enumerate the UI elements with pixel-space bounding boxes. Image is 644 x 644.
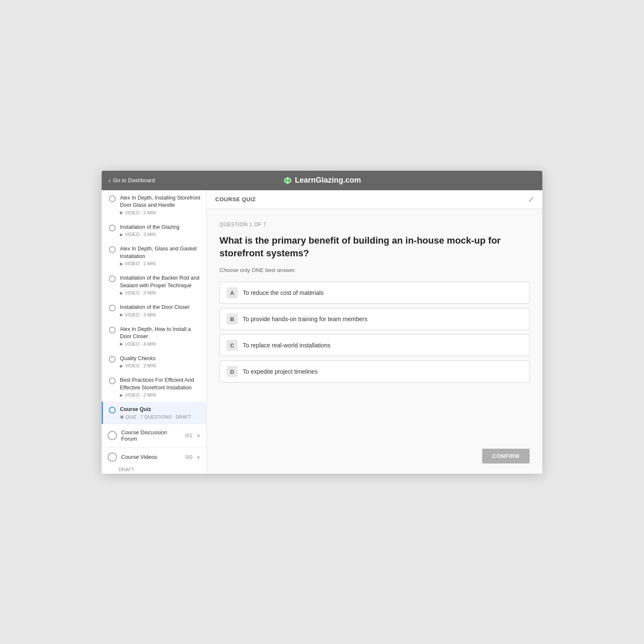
- sidebar-item-title-7: Quality Checks: [120, 355, 200, 363]
- question-number: QUESTION 1 OF 7: [219, 222, 530, 228]
- back-link[interactable]: ‹ Go to Dashboard: [108, 177, 155, 184]
- quiz-header-title: COURSE QUIZ: [215, 196, 256, 203]
- sidebar-item-meta-5: ▶ VIDEO · 3 MIN: [120, 312, 200, 317]
- sidebar-item-title-1: Alex In Depth, Installing Storefront Doo…: [120, 194, 200, 209]
- option-letter-b: B: [227, 314, 238, 325]
- circle-icon-7: [109, 356, 116, 363]
- sidebar-item-title-9: Course Quiz: [120, 406, 200, 414]
- option-letter-a: A: [227, 287, 238, 298]
- video-icon-7: ▶: [120, 364, 123, 368]
- sidebar-item-meta-2: ▶ VIDEO · 3 MIN: [120, 232, 200, 237]
- sidebar-item-content-7: Quality Checks ▶ VIDEO · 2 MIN: [120, 355, 200, 369]
- back-arrow-icon: ‹: [108, 177, 111, 184]
- app-window: ‹ Go to Dashboard LearnGlazing.com Alex …: [102, 171, 542, 474]
- video-icon-1: ▶: [120, 210, 123, 215]
- video-icon-4: ▶: [120, 291, 123, 295]
- sidebar-item-8[interactable]: Best Practices For Efficient And Effecti…: [102, 372, 206, 402]
- sidebar-item-1[interactable]: Alex In Depth, Installing Storefront Doo…: [102, 190, 206, 219]
- option-text-c: To replace real-world installations: [243, 342, 330, 349]
- back-label: Go to Dashboard: [113, 177, 155, 183]
- sidebar-item-9[interactable]: Course Quiz ▣ QUIZ · 7 QUESTIONS · DRAFT: [102, 402, 206, 424]
- circle-icon-1: [109, 195, 116, 202]
- sidebar-item-7[interactable]: Quality Checks ▶ VIDEO · 2 MIN: [102, 351, 206, 373]
- logo-area: LearnGlazing.com: [283, 176, 361, 185]
- quiz-header: COURSE QUIZ ⤢: [207, 190, 542, 209]
- sidebar-item-content-3: Alex In Depth, Glass and Gasket Installa…: [120, 245, 200, 266]
- sidebar-item-title-4: Installation of the Backer Rod and Seala…: [120, 275, 200, 289]
- circle-icon-9: [109, 407, 116, 414]
- sidebar-item-content-1: Alex In Depth, Installing Storefront Doo…: [120, 194, 200, 215]
- sidebar-item-title-2: Installation of the Glazing: [120, 224, 200, 231]
- video-icon-3: ▶: [120, 261, 123, 266]
- sidebar-item-content-4: Installation of the Backer Rod and Seala…: [120, 275, 200, 295]
- circle-icon-8: [109, 378, 116, 384]
- quiz-body: QUESTION 1 OF 7 What is the primary bene…: [207, 209, 542, 449]
- sidebar-item-4[interactable]: Installation of the Backer Rod and Seala…: [102, 270, 206, 300]
- sidebar-item-6[interactable]: Alex In Depth, How to Install a Door Clo…: [102, 322, 206, 351]
- quiz-icon-9: ▣: [120, 414, 124, 419]
- sidebar-item-meta-9: ▣ QUIZ · 7 QUESTIONS · DRAFT: [120, 414, 200, 419]
- chevron-down-icon-videos: ∨: [197, 454, 200, 460]
- draft-label-videos: DRAFT: [102, 467, 206, 474]
- option-letter-c: C: [227, 340, 238, 351]
- circle-icon-4: [109, 275, 116, 282]
- option-letter-d: D: [227, 366, 238, 377]
- sidebar-item-meta-4: ▶ VIDEO · 3 MIN: [120, 290, 200, 295]
- option-text-a: To reduce the cost of materials: [243, 289, 324, 296]
- sidebar-item-content-6: Alex In Depth, How to Install a Door Clo…: [120, 326, 200, 347]
- sidebar-item-meta-3: ▶ VIDEO · 2 MIN: [120, 261, 200, 266]
- main-content: Alex In Depth, Installing Storefront Doo…: [102, 190, 542, 474]
- sidebar-item-meta-8: ▶ VIDEO · 2 MIN: [120, 392, 200, 397]
- answer-option-c[interactable]: C To replace real-world installations: [219, 334, 530, 356]
- sidebar-item-title-5: Installation of the Door Closer: [120, 304, 200, 311]
- sidebar-item-title-3: Alex In Depth, Glass and Gasket Installa…: [120, 245, 200, 260]
- sidebar-item-meta-1: ▶ VIDEO · 2 MIN: [120, 210, 200, 215]
- expand-icon[interactable]: ⤢: [528, 195, 534, 203]
- sidebar-item-2[interactable]: Installation of the Glazing ▶ VIDEO · 3 …: [102, 219, 206, 242]
- circle-icon-5: [109, 305, 116, 311]
- sidebar-item-content-9: Course Quiz ▣ QUIZ · 7 QUESTIONS · DRAFT: [120, 406, 200, 419]
- sidebar-item-content-8: Best Practices For Efficient And Effecti…: [120, 377, 200, 397]
- circle-icon-3: [109, 246, 116, 253]
- circle-icon-6: [109, 327, 116, 333]
- answer-option-d[interactable]: D To expedite project timelines: [219, 361, 530, 383]
- top-nav: ‹ Go to Dashboard LearnGlazing.com: [102, 171, 542, 190]
- logo-text: LearnGlazing.com: [295, 176, 361, 185]
- section-title-videos: Course Videos: [121, 454, 181, 460]
- quiz-footer: CONFIRM: [207, 449, 542, 474]
- sidebar-item-meta-7: ▶ VIDEO · 2 MIN: [120, 363, 200, 368]
- sidebar-item-3[interactable]: Alex In Depth, Glass and Gasket Installa…: [102, 241, 206, 270]
- video-icon-8: ▶: [120, 393, 123, 397]
- section-circle-discussion: [108, 431, 117, 440]
- confirm-button[interactable]: CONFIRM: [482, 449, 530, 464]
- section-count-videos: 0/0: [185, 454, 192, 460]
- circle-icon-2: [109, 225, 116, 231]
- sidebar-item-meta-6: ▶ VIDEO · 4 MIN: [120, 341, 200, 347]
- answer-instruction: Choose only ONE best answer.: [219, 267, 530, 273]
- sidebar-item-title-6: Alex In Depth, How to Install a Door Clo…: [120, 326, 200, 341]
- video-icon-2: ▶: [120, 232, 123, 237]
- video-icon-5: ▶: [120, 312, 123, 317]
- section-videos-header[interactable]: Course Videos 0/0 ∨: [102, 447, 206, 467]
- section-count-discussion: 0/1: [185, 433, 192, 439]
- answer-option-b[interactable]: B To provide hands-on training for team …: [219, 308, 530, 330]
- answer-option-a[interactable]: A To reduce the cost of materials: [219, 282, 530, 304]
- sidebar-item-content-2: Installation of the Glazing ▶ VIDEO · 3 …: [120, 224, 200, 237]
- option-text-d: To expedite project timelines: [243, 368, 318, 375]
- sidebar: Alex In Depth, Installing Storefront Doo…: [102, 190, 207, 474]
- question-text: What is the primary benefit of building …: [219, 234, 530, 261]
- sidebar-item-content-5: Installation of the Door Closer ▶ VIDEO …: [120, 304, 200, 317]
- sidebar-item-title-8: Best Practices For Efficient And Effecti…: [120, 377, 200, 391]
- chevron-down-icon-discussion: ∨: [197, 433, 200, 439]
- quiz-area: COURSE QUIZ ⤢ QUESTION 1 OF 7 What is th…: [207, 190, 542, 474]
- option-text-b: To provide hands-on training for team me…: [243, 316, 367, 322]
- sidebar-section-videos: Course Videos 0/0 ∨ DRAFT: [102, 447, 206, 474]
- section-circle-videos: [108, 452, 117, 462]
- section-title-discussion: Course Discussion Forum: [121, 429, 181, 442]
- logo-icon: [283, 176, 292, 185]
- sidebar-item-5[interactable]: Installation of the Door Closer ▶ VIDEO …: [102, 300, 206, 322]
- video-icon-6: ▶: [120, 341, 123, 346]
- sidebar-section-discussion: Course Discussion Forum 0/1 ∨: [102, 424, 206, 447]
- section-discussion-header[interactable]: Course Discussion Forum 0/1 ∨: [102, 424, 206, 447]
